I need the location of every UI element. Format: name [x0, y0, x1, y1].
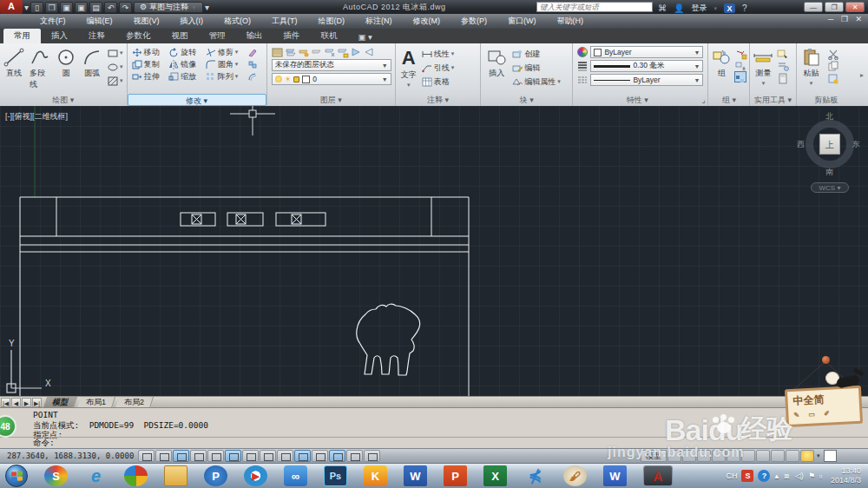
taskbar-360-browser[interactable]: [124, 465, 148, 486]
cut-icon[interactable]: [826, 47, 838, 58]
first-tab-button[interactable]: |◀: [1, 398, 10, 407]
viewcube[interactable]: 北 南 西 东 上 WCS ▾: [804, 113, 856, 196]
document-window-controls[interactable]: ─ ❐ ✕: [828, 15, 865, 23]
tab-manage[interactable]: 管理: [199, 29, 236, 43]
menu-view[interactable]: 视图(V): [123, 14, 170, 29]
layer-lock-icon[interactable]: [336, 45, 348, 56]
grid-toggle[interactable]: [173, 450, 189, 462]
transparency-toggle[interactable]: [329, 450, 345, 462]
layer-on-icon[interactable]: [349, 45, 361, 56]
calculator-icon[interactable]: [776, 71, 788, 82]
search-binoculars-icon[interactable]: ⌘: [658, 3, 667, 13]
minimize-button[interactable]: —: [804, 2, 823, 12]
taskbar-pps-player[interactable]: P: [204, 465, 227, 486]
layer-state-dropdown[interactable]: 未保存的图层状态▼: [272, 59, 391, 71]
edit-attributes-button[interactable]: 编辑属性▾: [512, 76, 561, 88]
panel-label-modify[interactable]: 修改 ▾: [128, 94, 266, 106]
lineweight-icon[interactable]: [577, 61, 588, 71]
lineweight-dropdown[interactable]: 0.30 毫米▼: [590, 60, 703, 72]
layer-off-icon[interactable]: [362, 45, 374, 56]
viewcube-top-face[interactable]: 上: [819, 134, 840, 155]
copy-button[interactable]: 复制: [132, 58, 164, 70]
dynamic-input-toggle[interactable]: [294, 450, 311, 462]
object-snap-toggle[interactable]: [225, 450, 241, 462]
undo-button[interactable]: ↶: [104, 2, 117, 13]
quick-calc-icon[interactable]: [776, 59, 788, 70]
menu-parametric[interactable]: 参数(P): [450, 14, 497, 29]
open-file-button[interactable]: ❒: [45, 2, 58, 13]
zoom-icon[interactable]: [712, 450, 726, 462]
line-button[interactable]: 直线: [3, 45, 24, 90]
clean-screen-button[interactable]: [824, 450, 837, 462]
status-lightbulb-icon[interactable]: [800, 450, 814, 462]
taskbar-word[interactable]: W: [404, 465, 427, 486]
panel-label-draw[interactable]: 绘图 ▾: [0, 94, 127, 106]
object-color-dropdown[interactable]: ByLayer▼: [590, 46, 703, 58]
arc-button[interactable]: 圆弧: [82, 45, 102, 90]
tab-model[interactable]: 模型: [43, 397, 77, 408]
trim-button[interactable]: 修剪▾: [206, 46, 242, 58]
panel-label-group[interactable]: 组 ▾: [708, 94, 749, 106]
erase-button[interactable]: [247, 46, 262, 58]
linear-dimension-button[interactable]: 线性▾: [422, 48, 455, 60]
layer-properties-icon[interactable]: [271, 45, 283, 56]
tab-plugins[interactable]: 插件: [273, 29, 311, 43]
paste-button[interactable]: 粘贴 ▾: [801, 45, 822, 87]
tray-sogou-icon[interactable]: S: [741, 470, 753, 482]
tab-output[interactable]: 输出: [236, 29, 273, 43]
layer-dropdown[interactable]: ☀ 0▼: [272, 73, 391, 85]
panel-label-utilities[interactable]: 实用工具 ▾: [750, 94, 795, 106]
taskbar-paint-tool[interactable]: 🖌: [563, 465, 587, 486]
tray-language-indicator[interactable]: CH: [726, 472, 737, 480]
tab-online[interactable]: 联机: [311, 29, 348, 43]
layer-unisolate-icon[interactable]: [310, 45, 322, 56]
taskbar-fetion[interactable]: ⋠: [523, 465, 547, 486]
menu-window[interactable]: 窗口(W): [497, 14, 547, 29]
tray-help-icon[interactable]: ?: [758, 470, 770, 482]
wcs-dropdown[interactable]: WCS ▾: [811, 182, 849, 193]
pan-icon[interactable]: [697, 450, 711, 462]
panel-label-clipboard[interactable]: 剪贴板: [797, 94, 856, 106]
close-button[interactable]: ✕: [845, 2, 865, 12]
mirror-button[interactable]: 镜像: [168, 58, 201, 70]
layer-match-icon[interactable]: [284, 45, 296, 56]
selection-cycling-toggle[interactable]: [364, 450, 380, 462]
polyline-button[interactable]: 多段线: [30, 45, 50, 90]
quick-view-drawings-icon[interactable]: [682, 450, 696, 462]
tray-clipboard-icon[interactable]: 🗈: [783, 472, 791, 480]
tab-layout2[interactable]: 布局2: [115, 397, 154, 408]
snap-toggle[interactable]: [155, 450, 172, 462]
group-button[interactable]: 组: [711, 45, 732, 82]
hatch-flyout[interactable]: ▾: [108, 75, 123, 87]
table-button[interactable]: 表格: [422, 76, 455, 88]
taskbar-sogou-browser[interactable]: S: [44, 465, 68, 486]
offset-button[interactable]: [247, 70, 262, 82]
leader-button[interactable]: 引线▾: [422, 62, 455, 74]
taskbar-internet-explorer[interactable]: e: [84, 465, 108, 486]
layer-isolate-icon[interactable]: [297, 45, 309, 56]
print-button[interactable]: ▤: [89, 2, 102, 13]
new-file-button[interactable]: ▯: [30, 2, 43, 13]
array-button[interactable]: 阵列▾: [206, 70, 242, 82]
tab-insert[interactable]: 插入: [41, 29, 78, 43]
rectangle-flyout[interactable]: ▾: [108, 47, 123, 59]
taskbar-file-explorer[interactable]: [164, 465, 187, 486]
group-edit-icon[interactable]: ±: [734, 59, 746, 70]
steering-wheel-icon[interactable]: [727, 450, 740, 462]
linetype-dropdown[interactable]: ByLayer▼: [590, 74, 703, 86]
taskbar-photoshop[interactable]: Ps: [324, 465, 347, 486]
tab-layout1[interactable]: 布局1: [77, 397, 115, 408]
group-selection-toggle[interactable]: [734, 71, 746, 82]
viewcube-east[interactable]: 东: [852, 139, 860, 150]
menu-file[interactable]: 文件(F): [30, 14, 76, 29]
explode-button[interactable]: [247, 58, 262, 70]
ungroup-icon[interactable]: [734, 47, 746, 58]
viewcube-south[interactable]: 南: [825, 167, 833, 178]
next-tab-button[interactable]: ▶: [22, 398, 31, 407]
start-button[interactable]: [5, 465, 28, 487]
taskbar-excel[interactable]: X: [483, 465, 507, 486]
dynamic-ucs-toggle[interactable]: [277, 450, 293, 462]
menu-modify[interactable]: 修改(M): [403, 14, 451, 29]
taskbar-powerpoint[interactable]: P: [444, 465, 467, 486]
command-prompt-row[interactable]: 命令:: [0, 437, 868, 448]
